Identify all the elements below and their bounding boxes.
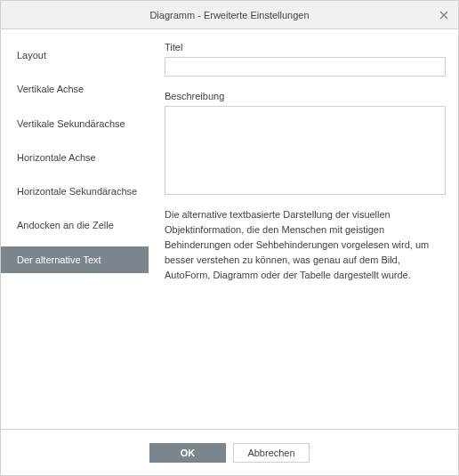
dialog-footer: OK Abbrechen: [1, 429, 458, 475]
sidebar-item-vertical-secondary-axis[interactable]: Vertikale Sekundärachse: [1, 110, 149, 137]
sidebar-item-label: Der alternative Text: [17, 254, 101, 265]
sidebar-item-label: Vertikale Achse: [17, 84, 84, 94]
cancel-button-label: Abbrechen: [247, 448, 294, 458]
sidebar-item-snap-to-cell[interactable]: Andocken an die Zelle: [1, 212, 149, 238]
sidebar-item-label: Horizontale Achse: [17, 152, 96, 163]
sidebar-item-horizontal-axis[interactable]: Horizontale Achse: [1, 144, 149, 171]
sidebar-item-alternative-text[interactable]: Der alternative Text: [1, 246, 149, 273]
content-pane: Titel Beschreibung Die alternative textb…: [149, 40, 446, 429]
sidebar-item-horizontal-secondary-axis[interactable]: Horizontale Sekundärachse: [1, 178, 149, 205]
dialog-title: Diagramm - Erweiterte Einstellungen: [149, 10, 309, 20]
titlebar: Diagramm - Erweiterte Einstellungen: [1, 1, 458, 29]
sidebar-item-label: Horizontale Sekundärachse: [17, 186, 137, 197]
sidebar: Layout Vertikale Achse Vertikale Sekundä…: [1, 40, 149, 429]
sidebar-item-layout[interactable]: Layout: [1, 42, 149, 69]
title-label: Titel: [165, 42, 446, 52]
help-text: Die alternative textbasierte Darstellung…: [165, 207, 446, 283]
cancel-button[interactable]: Abbrechen: [233, 443, 310, 463]
dialog: Diagramm - Erweiterte Einstellungen Layo…: [0, 0, 459, 476]
sidebar-item-label: Vertikale Sekundärachse: [17, 118, 125, 129]
close-button[interactable]: [437, 8, 451, 22]
ok-button-label: OK: [181, 448, 196, 458]
description-label: Beschreibung: [165, 91, 446, 101]
description-textarea[interactable]: [165, 106, 446, 195]
dialog-body: Layout Vertikale Achse Vertikale Sekundä…: [1, 29, 458, 429]
title-input[interactable]: [165, 57, 446, 77]
close-icon: [439, 11, 448, 20]
ok-button[interactable]: OK: [149, 443, 226, 463]
sidebar-item-label: Andocken an die Zelle: [17, 220, 114, 230]
sidebar-item-vertical-axis[interactable]: Vertikale Achse: [1, 76, 149, 102]
sidebar-item-label: Layout: [17, 50, 46, 61]
